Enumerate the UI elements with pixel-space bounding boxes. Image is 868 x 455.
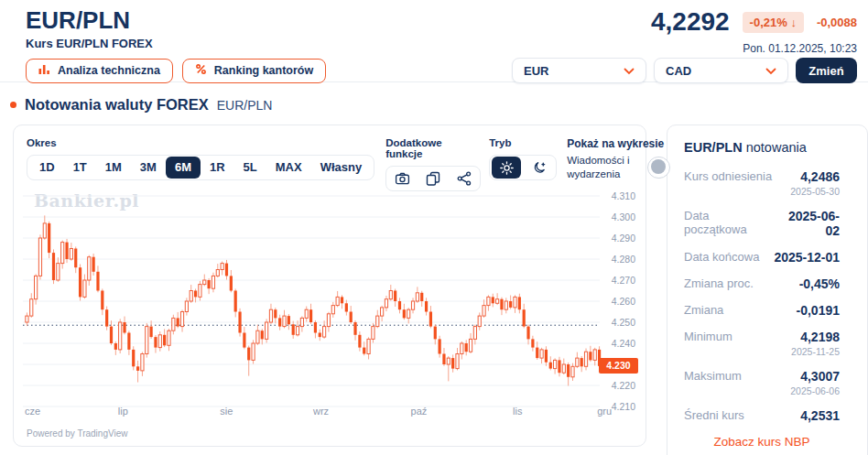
eur-pln-quote-page: EUR/PLN Kurs EUR/PLN FOREX 4,2292 -0,21%… — [0, 0, 868, 455]
overlay-option-label: Wiadomości i wydarzenia — [567, 154, 638, 181]
svg-text:cze: cze — [25, 406, 40, 417]
period-tab-1r[interactable]: 1R — [201, 157, 234, 179]
bullet-icon — [10, 102, 16, 108]
extra-functions-label: Dodatkowe funkcje — [385, 137, 481, 159]
currency-to-select[interactable]: CAD — [654, 58, 788, 83]
percent-icon — [195, 63, 207, 78]
chart-svg[interactable]: 4.3104.3004.2904.2804.2704.2604.2504.240… — [23, 183, 638, 423]
chart-toolbar: Okres 1D1T1M3M6M1R5LMAXWłasny Dodatkowe … — [14, 125, 646, 191]
svg-text:4.290: 4.290 — [612, 233, 635, 244]
svg-text:4.310: 4.310 — [612, 190, 635, 201]
change-value: -0,0088 — [817, 16, 857, 29]
period-group: Okres 1D1T1M3M6M1R5LMAXWłasny — [27, 137, 374, 180]
period-tab-3m[interactable]: 3M — [131, 157, 166, 179]
stats-title: EUR/PLN notowania — [684, 140, 840, 155]
svg-text:sie: sie — [220, 406, 233, 417]
svg-text:4.250: 4.250 — [612, 317, 635, 328]
period-tab-własny[interactable]: Własny — [311, 157, 372, 179]
period-label: Okres — [27, 137, 374, 148]
mode-group: Tryb — [489, 137, 557, 180]
svg-text:lip: lip — [118, 406, 128, 417]
stat-label: Zmiana proc. — [684, 276, 754, 290]
overlay-label: Pokaż na wykresie — [567, 137, 670, 150]
technical-analysis-label: Analiza techniczna — [58, 64, 160, 77]
current-price: 4,2292 — [651, 8, 730, 36]
svg-text:4.270: 4.270 — [612, 275, 635, 286]
dark-mode-moon-icon[interactable] — [525, 157, 554, 179]
currency-from-value: EUR — [524, 64, 548, 78]
header: EUR/PLN Kurs EUR/PLN FOREX 4,2292 -0,21%… — [0, 0, 868, 82]
mode-bar — [489, 155, 557, 180]
stat-row: Data początkowa2025-06-02 — [684, 209, 840, 238]
exchange-ranking-button[interactable]: Ranking kantorów — [182, 59, 326, 83]
stat-value: -0,45% — [799, 276, 840, 291]
last-price-badge: 4.230 — [599, 358, 638, 374]
stat-label: Kurs odniesienia — [684, 169, 772, 183]
svg-text:gru: gru — [597, 406, 612, 417]
main-content: Okres 1D1T1M3M6M1R5LMAXWłasny Dodatkowe … — [0, 125, 868, 455]
stat-value: 4,2198 — [791, 330, 840, 344]
stat-value: -0,0191 — [797, 303, 840, 318]
svg-text:4.300: 4.300 — [612, 211, 635, 222]
chevron-down-icon — [765, 64, 776, 78]
stat-label: Data końcowa — [684, 250, 759, 264]
svg-text:4.280: 4.280 — [612, 254, 635, 265]
stat-label: Maksimum — [684, 369, 742, 383]
stat-date: 2025-11-25 — [791, 346, 840, 357]
period-tab-1d[interactable]: 1D — [30, 157, 64, 179]
period-tab-6m[interactable]: 6M — [166, 157, 201, 179]
stat-row: Średni kurs4,2531 — [684, 408, 840, 423]
stat-label: Zmiana — [684, 303, 723, 317]
quote-timestamp: Pon. 01.12.2025, 10:23 — [651, 42, 857, 55]
stat-label: Minimum — [684, 330, 732, 343]
candlestick-chart[interactable]: Bankier.pl 4.3104.3004.2904.2804.2704.26… — [23, 183, 638, 423]
stats-rows: Kurs odniesienia4,24862025-05-30Data poc… — [684, 169, 840, 423]
period-tab-1t[interactable]: 1T — [64, 157, 96, 179]
stat-row: Kurs odniesienia4,24862025-05-30 — [684, 169, 840, 197]
stat-row: Zmiana proc.-0,45% — [684, 276, 840, 291]
chart-panel: Okres 1D1T1M3M6M1R5LMAXWłasny Dodatkowe … — [13, 125, 646, 447]
exchange-ranking-label: Ranking kantorów — [214, 64, 313, 77]
svg-text:4.240: 4.240 — [612, 338, 635, 349]
svg-text:wrz: wrz — [312, 406, 329, 417]
svg-text:4.210: 4.210 — [612, 401, 635, 412]
stats-title-pair: EUR/PLN — [684, 140, 743, 155]
section-title: Notowania waluty FOREX — [25, 96, 209, 114]
mode-label: Tryb — [489, 137, 557, 148]
stat-value: 2025-06-02 — [775, 209, 840, 238]
chevron-down-icon — [624, 64, 635, 78]
currency-from-select[interactable]: EUR — [512, 58, 646, 83]
stat-value: 2025-12-01 — [774, 250, 840, 265]
swap-button[interactable]: Zmień — [796, 58, 857, 83]
toggle-knob — [651, 159, 666, 174]
bar-chart-icon — [38, 63, 50, 78]
price-block: 4,2292 -0,21% ↓ -0,0088 Pon. 01.12.2025,… — [651, 6, 857, 55]
stat-value: 4,3007 — [790, 369, 840, 384]
stat-value: 4,2486 — [790, 169, 840, 184]
svg-text:4.220: 4.220 — [612, 380, 635, 391]
period-tab-1m[interactable]: 1M — [96, 157, 131, 179]
stat-date: 2025-06-06 — [790, 385, 840, 396]
light-mode-sun-icon[interactable] — [492, 157, 521, 179]
overlay-group: Pokaż na wykresie Wiadomości i wydarzeni… — [567, 137, 670, 181]
technical-analysis-button[interactable]: Analiza techniczna — [26, 59, 173, 83]
stat-label: Data początkowa — [684, 209, 775, 236]
stat-row: Minimum4,21982025-11-25 — [684, 330, 840, 357]
svg-text:lis: lis — [513, 406, 523, 417]
currency-to-value: CAD — [666, 64, 691, 78]
stat-date: 2025-05-30 — [790, 186, 840, 197]
stat-label: Średni kurs — [684, 408, 744, 422]
section-pair: EUR/PLN — [217, 98, 273, 113]
change-percent-badge: -0,21% ↓ — [743, 12, 804, 33]
section-heading: Notowania waluty FOREX EUR/PLN — [0, 82, 868, 125]
svg-text:4.260: 4.260 — [612, 296, 635, 307]
period-tab-5l[interactable]: 5L — [234, 157, 266, 179]
nbp-rate-link[interactable]: Zobacz kurs NBP — [684, 435, 840, 449]
news-toggle[interactable] — [647, 157, 670, 179]
period-tab-max[interactable]: MAX — [266, 157, 311, 179]
quote-stats-panel: EUR/PLN notowania Kurs odniesienia4,2486… — [667, 125, 868, 455]
stat-value: 4,2531 — [800, 408, 840, 423]
instrument-heading: EUR/PLN Kurs EUR/PLN FOREX — [26, 6, 153, 50]
stat-row: Maksimum4,30072025-06-06 — [684, 369, 840, 396]
powered-by-label[interactable]: Powered by TradingView — [27, 428, 127, 439]
